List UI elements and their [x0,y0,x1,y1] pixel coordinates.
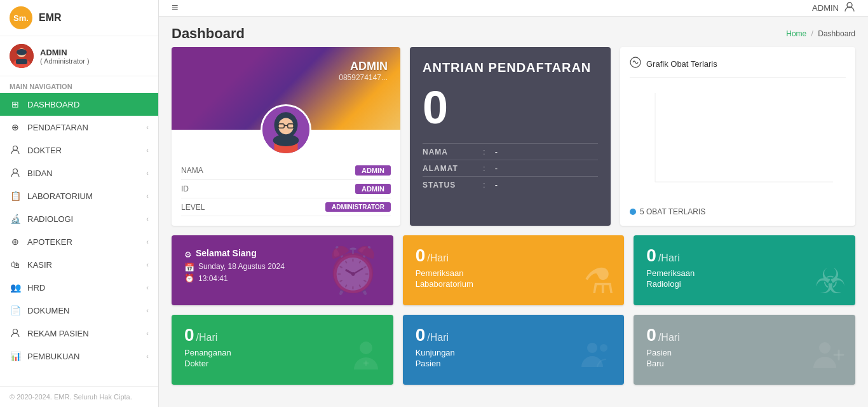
sidebar-item-dokumen[interactable]: 📄 DOKUMEN ‹ [0,299,158,322]
chevron-right-icon: ‹ [146,169,149,177]
user-role: ( Administrator ) [40,57,90,65]
sidebar-item-rekam-pasien[interactable]: REKAM PASIEN ‹ [0,322,158,345]
laboratorium-icon: 📋 [10,190,21,202]
topbar: ≡ ADMIN [159,0,868,17]
profile-label-level: LEVEL [181,203,219,212]
sidebar-item-pendaftaran[interactable]: ⊕ PENDAFTARAN ‹ [0,116,158,139]
chevron-right-icon: ‹ [146,284,149,291]
svg-point-4 [17,49,27,55]
kasir-icon: 🛍 [10,259,21,270]
date-row: 📅 Sunday, 18 Agustus 2024 [184,262,381,272]
svg-point-24 [600,344,607,352]
svg-rect-3 [16,59,27,64]
profile-value-level: ADMINISTRATOR [325,202,391,212]
kunjungan-per-day: /Hari [427,332,449,343]
profile-row-nama: NAMA ADMIN [181,162,391,180]
avatar [10,44,34,68]
sidebar-item-pembukuan[interactable]: 📊 PEMBUKUAN ‹ [0,345,158,368]
user-name: ADMIN [40,48,90,57]
doctor-bg-icon [349,338,384,378]
greeting-card: ⚙ Selamat Siang 📅 Sunday, 18 Agustus 202… [172,235,393,305]
flask-bg-icon: ⚗ [583,264,614,299]
pendaftaran-icon: ⊕ [10,121,21,133]
queue-row-alamat: ALAMAT : - [423,160,598,176]
greeting-row: ⚙ Selamat Siang [184,248,381,261]
apoteker-icon: ⊕ [10,236,21,247]
hamburger-button[interactable]: ≡ [172,1,179,15]
radiologi-icon: 🔬 [10,213,21,224]
sidebar-item-apoteker[interactable]: ⊕ APOTEKER ‹ [0,230,158,253]
queue-value-alamat: - [495,163,498,173]
new-patient-bg-icon [811,338,846,378]
queue-label-status: STATUS [423,181,473,190]
gear-icon: ⚙ [184,250,192,259]
sidebar-item-kasir[interactable]: 🛍 KASIR ‹ [0,253,158,276]
radiologi-number: 0 [646,247,656,265]
queue-number: 0 [423,85,598,130]
chevron-right-icon: ‹ [146,238,149,245]
chevron-right-icon: ‹ [146,123,149,131]
lab-label: PemeriksaanLababoratorium [416,268,612,290]
kunjungan-number: 0 [416,326,426,344]
queue-value-status: - [495,180,498,190]
breadcrumb-separator: / [811,29,813,38]
legend-label: 5 OBAT TERLARIS [640,207,705,216]
dokter-stat-card: 0 /Hari PenangananDokter [172,315,393,385]
sidebar-item-label: REKAM PASIEN [27,329,89,338]
profile-banner-phone: 0859274147... [339,73,388,82]
top-row: ADMIN 0859274147... [172,47,855,226]
sidebar-item-hrd[interactable]: 👥 HRD ‹ [0,276,158,299]
breadcrumb-home[interactable]: Home [786,29,806,38]
profile-label-id: ID [181,184,219,193]
main-content: ≡ ADMIN Dashboard Home / Dashboard [159,0,868,407]
sidebar-item-dashboard[interactable]: ⊞ DASHBOARD [0,93,158,116]
sidebar-item-radiologi[interactable]: 🔬 RADIOLOGI ‹ [0,207,158,230]
pasien-baru-stat-card: 0 /Hari PasienBaru [634,315,855,385]
sidebar-item-bidan[interactable]: BIDAN ‹ [0,162,158,184]
bidan-icon [10,167,21,179]
queue-label-alamat: ALAMAT [423,164,473,173]
profile-banner: ADMIN 0859274147... [172,47,400,130]
dashboard-content: ADMIN 0859274147... [159,47,868,407]
legend-dot [630,209,636,215]
radiologi-label: PemeriksaanRadiologi [646,268,843,290]
sidebar-item-laboratorium[interactable]: 📋 LABORATORIUM ‹ [0,184,158,207]
chevron-right-icon: ‹ [146,146,149,154]
sidebar-item-label: DASHBOARD [27,100,79,109]
app-name: EMR [39,12,62,24]
biohazard-bg-icon: ☣ [815,264,846,299]
pasien-baru-number: 0 [646,326,656,344]
profile-row-level: LEVEL ADMINISTRATOR [181,198,391,216]
greeting-text: Selamat Siang [196,248,257,258]
radiologi-stat-card: 0 /Hari PemeriksaanRadiologi ☣ [634,235,855,305]
profile-value-id: ADMIN [355,184,391,194]
sidebar-item-label: BIDAN [27,169,53,178]
lab-per-day: /Hari [427,252,449,264]
grafik-header: Grafik Obat Terlaris [630,57,846,78]
svg-point-11 [278,118,294,135]
page-header: Dashboard Home / Dashboard [159,17,868,47]
profile-banner-name: ADMIN [339,60,388,73]
topbar-user-icon [844,1,855,15]
greeting-date: Sunday, 18 Agustus 2024 [198,262,285,271]
radiologi-number-row: 0 /Hari [646,247,843,265]
queue-row-nama: NAMA : - [423,143,598,160]
stats-row-2: 0 /Hari PenangananDokter 0 /Ha [172,315,855,385]
clock-icon: ⏰ [184,273,194,283]
sidebar-item-label: PEMBUKUAN [27,352,79,361]
user-info: ADMIN ( Administrator ) [40,48,90,65]
queue-label-nama: NAMA [423,148,473,156]
sidebar-item-label: APOTEKER [27,237,72,247]
pembukuan-icon: 📊 [10,350,21,362]
sidebar-item-label: LABORATORIUM [27,191,93,201]
svg-point-25 [819,342,831,354]
main-navigation: ⊞ DASHBOARD ⊕ PENDAFTARAN ‹ DOKTER [0,93,158,368]
profile-row-id: ID ADMIN [181,180,391,198]
sidebar-item-label: KASIR [27,260,52,270]
hrd-icon: 👥 [10,282,21,293]
profile-card: ADMIN 0859274147... [172,47,400,226]
sidebar-item-dokter[interactable]: DOKTER ‹ [0,139,158,162]
pasien-baru-per-day: /Hari [658,332,680,343]
sidebar-logo: Sm. EMR [0,0,158,36]
sidebar-item-label: DOKUMEN [27,306,69,315]
